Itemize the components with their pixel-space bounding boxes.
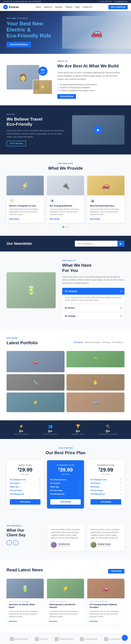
accordion-icon-2: +	[120, 306, 122, 310]
news-body-2: June 10, 2024 • Innovation UltraCapacito…	[47, 598, 84, 625]
top-bar: Get 30% off your first service with code…	[0, 0, 131, 3]
news-header: Read Latest News VIEW MORE	[6, 568, 124, 575]
nav-link-about[interactable]: About Us	[44, 6, 52, 8]
news-card-2: ⚡ June 10, 2024 • Innovation UltraCapaci…	[47, 579, 84, 625]
filter-behaviourial[interactable]: Behaviourial Coating	[85, 342, 100, 343]
pricing-grid: Basic Plan $29.99 /Per Month AC Charging…	[6, 460, 124, 508]
service-title-1: Electric Charging For Cars	[9, 204, 41, 207]
testimonials-avatar-1	[51, 542, 57, 548]
pricing-tag: YOUR PRICING	[6, 447, 124, 449]
portfolio-item-4[interactable]: ✋	[66, 374, 124, 390]
partner-icon-1	[10, 637, 14, 641]
hero-content: WELCOME TO EVOCAR Your Best New Electric…	[6, 18, 51, 47]
nav-link-blog[interactable]: Blog	[76, 6, 80, 8]
portfolio-item-3[interactable]: 🔧	[6, 374, 64, 390]
hero-title: Your Best New Electric & Eco-Friendly Ri…	[6, 20, 51, 38]
quality-inner: 🔋 OUR QUALITY What We Have For You Lorem…	[6, 260, 124, 321]
stat-clients-icon: 👥	[44, 424, 57, 428]
logo-icon: ⚡	[3, 5, 8, 9]
dot-1[interactable]	[62, 226, 64, 228]
testimonials-section: TESTIMONIALS What Our Client Say ‹ › Lor…	[0, 517, 131, 559]
dot-2[interactable]	[65, 226, 66, 228]
news-excerpt-3: Lorem ipsum dolor sit amet, consectetur …	[90, 610, 122, 618]
pricing-cta-business[interactable]: EXPLORE ▶	[90, 499, 121, 504]
news-view-more-button[interactable]: VIEW MORE	[108, 569, 124, 574]
partner-logo-3: GREENDRIVE	[55, 637, 73, 641]
portfolio-header: OUR WORK Latest Portfolio All Projects B…	[6, 337, 124, 348]
service-text-2: Lorem ipsum dolor sit amet, consectetur …	[50, 208, 82, 216]
filter-all[interactable]: All Projects	[74, 342, 83, 343]
hero-tag: WELCOME TO EVOCAR	[6, 18, 51, 19]
hero-cta-button[interactable]: DISCOVER MORE ▶	[6, 42, 31, 47]
pricing-cta-standard[interactable]: JOIN NOW ▶	[50, 499, 81, 504]
testimonials-avatar-2	[90, 542, 96, 548]
portfolio-item-6[interactable]: 🚙	[66, 392, 124, 412]
filter-x[interactable]: ×	[124, 342, 124, 343]
testimonials-next-button[interactable]: ›	[13, 540, 18, 545]
services-header: OUR SERVICES What We Provide	[6, 163, 124, 171]
testimonials-author-1: Christine Eva Marketing Director	[51, 542, 82, 548]
stat-stations: 🔌 0+ Charging Stations	[99, 424, 117, 435]
pricing-features-standard: AC Charging Access✓ 24/7 Support✓ Mobile…	[50, 478, 81, 496]
portfolio-tag: OUR WORK	[6, 337, 38, 339]
nav-link-services[interactable]: Services	[55, 6, 62, 8]
service-icon-2: 🔌	[50, 198, 55, 203]
about-experience-badge: 30+ Year Experience	[38, 66, 48, 76]
testimonials-role-1: Marketing Director	[58, 545, 70, 547]
nav-link-contact[interactable]: Contact Us	[82, 6, 92, 8]
portfolio-item-2[interactable]: 🌳	[66, 351, 124, 372]
play-button[interactable]: ▶	[94, 126, 102, 134]
news-read-more-1[interactable]: Read More	[9, 620, 17, 622]
back-to-top-button[interactable]: ↑	[122, 635, 128, 641]
service-link-2[interactable]: READ MORE	[50, 218, 60, 220]
newsletter-email-input[interactable]	[75, 241, 118, 246]
feature-basic-5: Fleet Management✗	[10, 492, 40, 496]
news-title: Read Latest News	[6, 568, 43, 572]
accordion-header-1[interactable]: AC Charging +	[62, 288, 124, 295]
accordion-header-3[interactable]: DC Charger +	[62, 313, 124, 320]
testimonials-card-2: Lorem ipsum dolor sit amet, consectetur …	[87, 525, 124, 551]
filter-ev[interactable]: EV Excellent	[112, 342, 122, 343]
dot-3[interactable]	[67, 226, 68, 228]
about-title: We Are Best At What We Build	[57, 64, 124, 68]
service-icon-3: 🚗	[90, 198, 95, 203]
stat-awards-icon: 🏆	[72, 424, 84, 428]
service-link-1[interactable]: READ MORE	[9, 218, 19, 220]
testimonials-card-1: Lorem ipsum dolor sit amet, consectetur …	[48, 525, 85, 551]
about-images: 👩 30+ Year Experience ⚡	[6, 65, 52, 94]
news-read-more-3[interactable]: Read More	[90, 620, 98, 622]
newsletter-submit-button[interactable]: ▶	[118, 241, 124, 246]
stat-clients-label: Happy Clients	[44, 434, 57, 435]
filter-technology[interactable]: Technology	[102, 342, 110, 343]
portfolio-item-1[interactable]: 🚗	[6, 351, 64, 372]
accordion-header-2[interactable]: EV Drivers +	[62, 304, 124, 311]
nav-cta-button[interactable]: GET A QUOTE ▶	[108, 5, 128, 9]
service-body-1: ⚡ Electric Charging For Cars Lorem ipsum…	[6, 195, 44, 223]
why-text: Lorem ipsum dolor sit amet, consectetur …	[6, 129, 66, 138]
pricing-features-business: AC Charging Access✓ 24/7 Support✓ Mobile…	[90, 478, 121, 496]
nav-link-home[interactable]: Home	[36, 6, 41, 8]
nav-link-projects[interactable]: Projects	[65, 6, 72, 8]
stat-stations-number: 0+	[99, 429, 117, 434]
testimonials-text-1: Lorem ipsum dolor sit amet, consectetur …	[51, 528, 82, 539]
pricing-cta-basic[interactable]: EXPLORE ▶	[10, 499, 40, 504]
testimonials-prev-button[interactable]: ‹	[6, 540, 12, 545]
news-article-title-3: EV Charging Station Network Providers	[90, 603, 122, 609]
checklist-item-3: Complete maintenance and support service	[57, 90, 124, 92]
why-title: We Believe Travel Eco-Friendly	[6, 117, 66, 127]
service-link-3[interactable]: READ MORE	[90, 218, 100, 220]
portfolio-image-5: ⚡	[6, 392, 64, 412]
feature-basic-3: Mobile App✓	[10, 485, 40, 489]
why-section: WHY US We Believe Travel Eco-Friendly Lo…	[0, 105, 131, 154]
portfolio-image-6: 🚙	[66, 392, 124, 412]
partner-icon-5	[104, 637, 108, 641]
news-read-more-2[interactable]: Read More	[49, 620, 58, 622]
about-content: ABOUT US We Are Best At What We Build Lo…	[57, 60, 124, 99]
hero-car-image: 🚗	[62, 16, 131, 49]
service-image-2: 🔌	[47, 176, 84, 195]
portfolio-title: Latest Portfolio	[6, 340, 38, 346]
portfolio-item-5[interactable]: ⚡	[6, 392, 64, 412]
about-read-more-button[interactable]: READ MORE ▶	[57, 94, 76, 99]
stat-clients-number: 0+	[44, 429, 57, 434]
why-read-more-button[interactable]: READ MORE ▶	[6, 141, 26, 146]
